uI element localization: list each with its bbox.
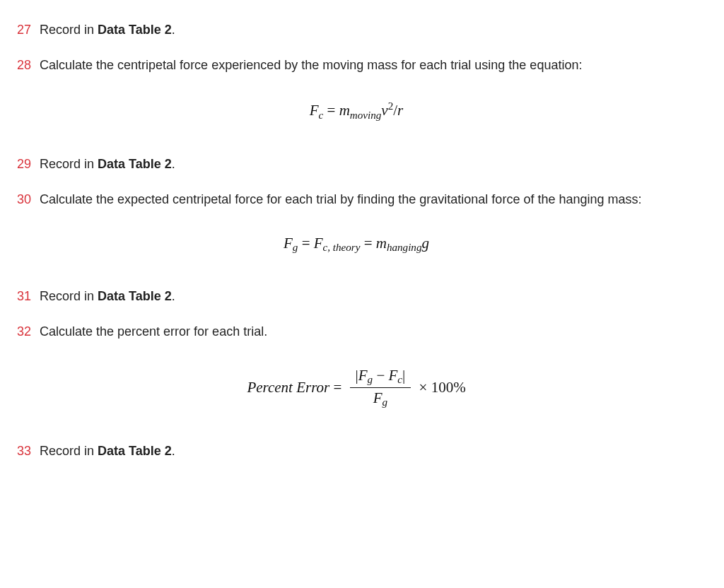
step-31: 31 Record in Data Table 2.	[17, 288, 696, 305]
hundred-percent: 100%	[431, 379, 466, 396]
step-number: 30	[17, 191, 40, 208]
sub-g: g	[383, 396, 388, 408]
step-32: 32 Calculate the percent error for each …	[17, 323, 696, 340]
step-text: Record in Data Table 2.	[40, 155, 696, 172]
step-33: 33 Record in Data Table 2.	[17, 442, 696, 459]
step-30: 30 Calculate the expected centripetal fo…	[17, 191, 696, 208]
var-F: F	[310, 102, 319, 119]
text-bold: Data Table 2	[98, 157, 172, 171]
sub-moving: moving	[350, 110, 381, 121]
step-29: 29 Record in Data Table 2.	[17, 155, 696, 172]
minus: −	[373, 367, 388, 384]
text-pre: Record in	[40, 23, 98, 37]
text-pre: Record in	[40, 157, 98, 171]
equation-percent-error: Percent Error = |Fg − Fc| Fg × 100%	[17, 367, 696, 408]
equals: =	[298, 235, 313, 252]
var-m: m	[339, 102, 350, 119]
equals: =	[329, 379, 345, 396]
step-number: 31	[17, 288, 40, 305]
text-bold: Data Table 2	[98, 289, 172, 303]
sub-ctheory: c, theory	[323, 242, 361, 253]
fraction-denominator: Fg	[350, 388, 411, 408]
var-F: F	[358, 367, 368, 384]
var-r: r	[397, 102, 403, 119]
step-text: Record in Data Table 2.	[40, 288, 696, 305]
fraction: |Fg − Fc| Fg	[350, 367, 411, 408]
step-28: 28 Calculate the centripetal force exper…	[17, 57, 696, 74]
sub-hanging: hanging	[387, 242, 422, 253]
step-text: Calculate the centripetal force experien…	[40, 57, 696, 74]
text-post: .	[172, 289, 175, 303]
step-number: 27	[17, 21, 40, 38]
equation-centripetal-force: Fc = mmovingv2/r	[17, 100, 696, 122]
step-number: 32	[17, 323, 40, 340]
times: ×	[415, 379, 431, 396]
step-text: Record in Data Table 2.	[40, 442, 696, 459]
abs-close: |	[402, 367, 405, 384]
text-post: .	[172, 444, 175, 458]
var-m: m	[376, 235, 387, 252]
equals: =	[323, 102, 339, 119]
step-text: Calculate the expected centripetal force…	[40, 191, 696, 208]
text-post: .	[172, 157, 175, 171]
text-pre: Record in	[40, 289, 98, 303]
instruction-page: 27 Record in Data Table 2. 28 Calculate …	[0, 0, 724, 499]
step-27: 27 Record in Data Table 2.	[17, 21, 696, 38]
var-F: F	[284, 235, 293, 252]
step-number: 33	[17, 442, 40, 459]
var-F2: F	[314, 235, 323, 252]
equals2: =	[360, 235, 375, 252]
var-g: g	[421, 235, 429, 252]
step-text: Record in Data Table 2.	[40, 21, 696, 38]
equation-gravitational-force: Fg = Fc, theory = mhangingg	[17, 235, 696, 254]
var-v: v	[381, 102, 387, 119]
label-percent-error: Percent Error	[247, 379, 329, 396]
fraction-numerator: |Fg − Fc|	[350, 367, 411, 388]
step-number: 29	[17, 155, 40, 172]
text-bold: Data Table 2	[98, 444, 172, 458]
var-Fc: F	[389, 367, 398, 384]
text-bold: Data Table 2	[98, 23, 172, 37]
var-F: F	[373, 389, 383, 406]
text-pre: Record in	[40, 444, 98, 458]
step-text: Calculate the percent error for each tri…	[40, 323, 696, 340]
text-post: .	[172, 23, 175, 37]
step-number: 28	[17, 57, 40, 74]
